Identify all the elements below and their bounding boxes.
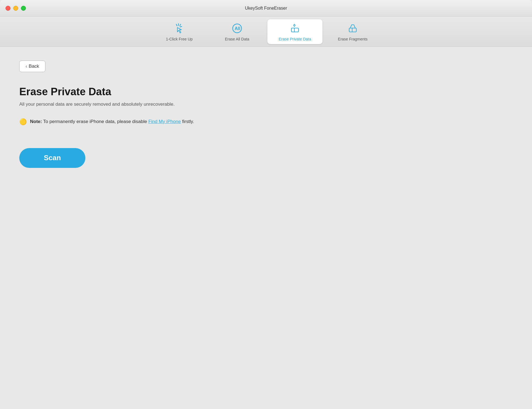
erase-private-icon bbox=[289, 22, 301, 35]
svg-text:All: All bbox=[235, 26, 240, 31]
tab-erase-private[interactable]: Erase Private Data bbox=[267, 19, 322, 44]
scan-button[interactable]: Scan bbox=[19, 148, 85, 168]
warning-icon: 🟡 bbox=[19, 118, 27, 126]
tab-erase-private-label: Erase Private Data bbox=[279, 37, 311, 41]
erase-fragments-icon bbox=[346, 22, 359, 35]
note-prefix-text: To permanently erase iPhone data, please… bbox=[42, 119, 148, 124]
tab-erase-all-label: Erase All Data bbox=[225, 37, 249, 41]
close-button[interactable] bbox=[6, 6, 10, 11]
note-suffix-text: firstly. bbox=[181, 119, 194, 124]
back-button[interactable]: ‹ Back bbox=[19, 61, 45, 72]
note-label: Note: bbox=[30, 119, 42, 124]
app-window: UkeySoft FoneEraser 1-Click Free Up bbox=[0, 0, 532, 409]
one-click-icon bbox=[173, 22, 186, 35]
tab-bar: 1-Click Free Up All Erase All Data bbox=[0, 17, 532, 47]
tab-erase-fragments[interactable]: Erase Fragments bbox=[325, 19, 380, 44]
page-subtitle: All your personal data are securely remo… bbox=[19, 102, 513, 107]
erase-all-icon: All bbox=[231, 22, 243, 35]
svg-line-0 bbox=[176, 24, 177, 26]
back-button-label: Back bbox=[29, 64, 39, 69]
page-title: Erase Private Data bbox=[19, 86, 513, 98]
tab-one-click[interactable]: 1-Click Free Up bbox=[152, 19, 207, 44]
main-content: ‹ Back Erase Private Data All your perso… bbox=[0, 47, 532, 409]
svg-rect-8 bbox=[349, 28, 356, 32]
note-row: 🟡 Note: To permanently erase iPhone data… bbox=[19, 118, 513, 126]
traffic-lights bbox=[6, 6, 26, 11]
find-my-iphone-link[interactable]: Find My iPhone bbox=[148, 119, 181, 124]
window-title: UkeySoft FoneEraser bbox=[245, 6, 287, 11]
svg-rect-6 bbox=[291, 28, 298, 32]
tab-erase-fragments-label: Erase Fragments bbox=[338, 37, 367, 41]
svg-line-2 bbox=[180, 24, 181, 26]
title-bar: UkeySoft FoneEraser bbox=[0, 0, 532, 17]
tab-one-click-label: 1-Click Free Up bbox=[166, 37, 192, 41]
scan-button-label: Scan bbox=[44, 154, 61, 162]
note-text: Note: To permanently erase iPhone data, … bbox=[30, 118, 194, 125]
tab-erase-all[interactable]: All Erase All Data bbox=[210, 19, 265, 44]
minimize-button[interactable] bbox=[13, 6, 18, 11]
maximize-button[interactable] bbox=[21, 6, 26, 11]
back-chevron-icon: ‹ bbox=[26, 64, 27, 69]
svg-line-3 bbox=[180, 26, 182, 27]
